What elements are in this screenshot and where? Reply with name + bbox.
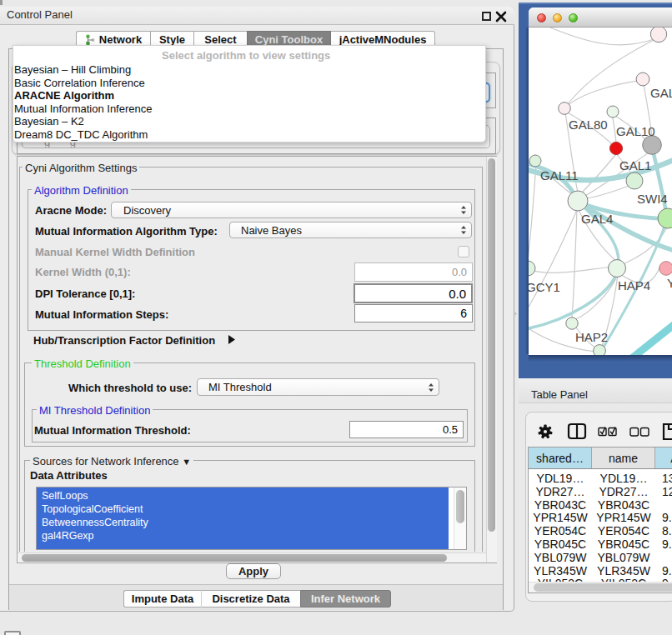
svg-text:SWI4: SWI4 [637,192,668,206]
svg-text:GAL: GAL [650,86,672,100]
svg-text:GAL11: GAL11 [540,168,579,182]
svg-text:GAL1: GAL1 [619,158,651,172]
svg-text:GAL80: GAL80 [569,118,608,132]
svg-text:Y: Y [667,276,672,290]
svg-text:HAP4: HAP4 [618,278,650,292]
svg-text:GCY1: GCY1 [529,280,560,294]
svg-text:GAL4: GAL4 [581,212,613,226]
svg-text:HAP2: HAP2 [575,330,608,344]
svg-text:GAL10: GAL10 [616,124,655,138]
